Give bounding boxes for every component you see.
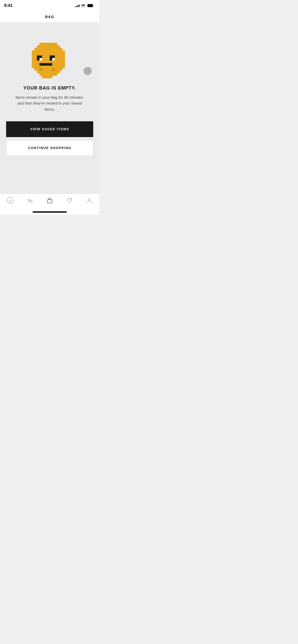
status-bar: 9:41 <box>0 0 99 11</box>
account-icon <box>86 197 93 204</box>
svg-line-8 <box>32 202 33 203</box>
empty-bag-illustration <box>32 43 67 78</box>
nav-item-account[interactable] <box>79 197 99 204</box>
svg-rect-1 <box>88 4 93 7</box>
svg-text:a: a <box>9 199 11 202</box>
svg-rect-9 <box>47 200 52 203</box>
nav-item-wishlist[interactable] <box>60 197 79 204</box>
brands-icon: a <box>6 197 13 204</box>
wifi-icon <box>81 4 86 7</box>
continue-shopping-button[interactable]: CONTINUE SHOPPING <box>6 140 93 156</box>
svg-point-10 <box>88 198 90 200</box>
nav-item-bag[interactable] <box>40 197 60 204</box>
battery-icon <box>87 4 94 7</box>
search-icon <box>26 197 33 204</box>
main-content: YOUR BAG IS EMPTY. Items remain in your … <box>0 22 99 194</box>
home-indicator <box>33 211 67 213</box>
wishlist-icon <box>66 197 73 204</box>
status-icons <box>75 4 94 7</box>
status-time: 9:41 <box>4 3 12 8</box>
nav-item-brands[interactable]: a <box>0 197 20 204</box>
bottom-navigation: a <box>0 194 99 215</box>
signal-icon <box>75 4 79 7</box>
decorative-dot <box>84 67 92 75</box>
empty-bag-title: YOUR BAG IS EMPTY. <box>23 85 76 91</box>
page-header: BAG <box>0 11 99 22</box>
empty-bag-description: Items remain in your bag for 60 minutes,… <box>13 94 87 112</box>
page-title: BAG <box>45 15 54 19</box>
view-saved-items-button[interactable]: VIEW SAVED ITEMS <box>6 121 93 137</box>
bag-icon <box>46 197 53 204</box>
nav-item-search[interactable] <box>20 197 40 204</box>
